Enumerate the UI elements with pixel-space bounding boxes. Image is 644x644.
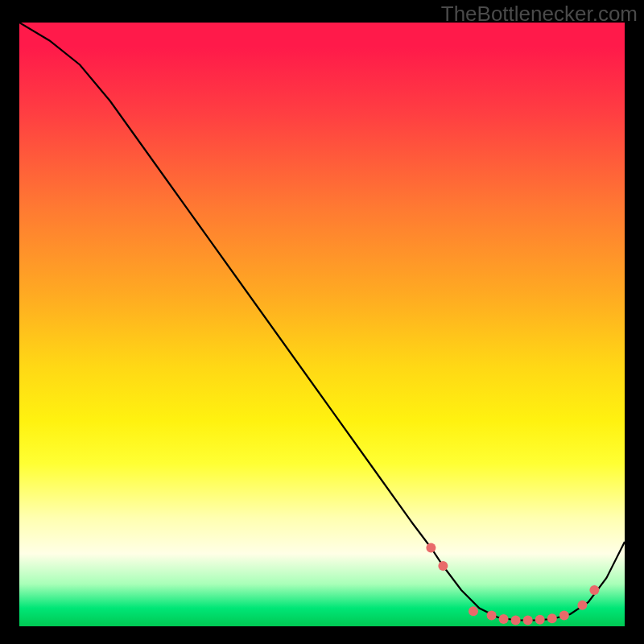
highlight-dot xyxy=(426,543,436,553)
highlight-dot xyxy=(535,615,545,625)
highlight-dot xyxy=(589,585,599,595)
chart-svg xyxy=(19,23,625,626)
highlight-dot xyxy=(559,611,569,621)
highlight-dot xyxy=(487,611,497,621)
watermark-text: TheBottlenecker.com xyxy=(441,2,638,27)
plot-area xyxy=(19,23,625,626)
highlight-dot xyxy=(438,561,448,571)
highlight-dot xyxy=(523,616,533,625)
highlight-dot xyxy=(577,601,587,610)
highlight-dot xyxy=(511,616,521,625)
highlight-dot xyxy=(547,613,557,623)
highlight-dot xyxy=(469,606,478,616)
highlight-dot xyxy=(499,614,509,624)
bottleneck-curve xyxy=(19,23,625,621)
